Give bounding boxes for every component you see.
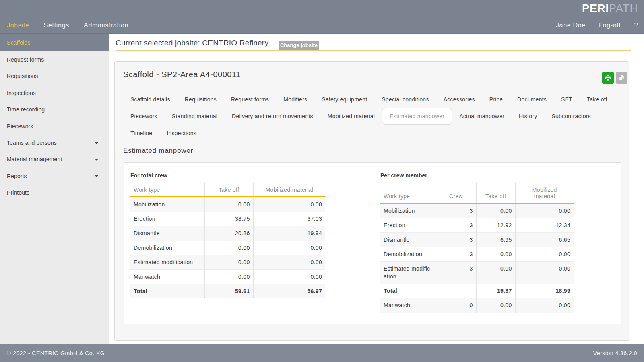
value-cell: 12.34 <box>515 218 574 233</box>
work-type-cell: Estimated modification <box>130 255 204 270</box>
value-cell: 3 <box>436 204 476 218</box>
value-cell: 0.00 <box>204 270 253 284</box>
tab-price[interactable]: Price <box>482 96 510 103</box>
table-title: Per crew member <box>380 172 574 179</box>
brand-logo: PERIPATH <box>582 2 638 15</box>
tab-requisitions[interactable]: Requisitions <box>178 96 224 103</box>
nav-settings[interactable]: Settings <box>44 22 69 29</box>
tab-set[interactable]: SET <box>554 96 580 103</box>
chevron-down-icon <box>95 142 98 144</box>
print-button[interactable] <box>602 72 614 84</box>
value-cell: 37.03 <box>253 212 325 226</box>
tabs-divider <box>123 142 621 142</box>
value-cell: 0.00 <box>204 241 253 255</box>
copy-button[interactable] <box>616 72 627 84</box>
work-type-cell: Dismantle <box>380 233 436 247</box>
tab-documents[interactable]: Documents <box>510 96 554 103</box>
work-type-cell: Estimated modification <box>380 262 436 284</box>
sidebar-item-printouts[interactable]: Printouts <box>0 185 109 201</box>
value-cell: 18.99 <box>515 284 574 298</box>
value-cell: 3 <box>436 262 476 284</box>
sidebar-item-reports[interactable]: Reports <box>0 168 109 185</box>
value-cell: 6.65 <box>515 233 574 247</box>
value-cell: 20.86 <box>204 226 253 241</box>
tab-piecework[interactable]: Piecework <box>123 113 165 119</box>
table-row-dismantle: Dismantle20.8619.94 <box>130 226 325 241</box>
work-type-cell: Erection <box>130 212 204 226</box>
tab-delivery-and-return-movements[interactable]: Delivery and return movements <box>225 113 320 119</box>
work-type-cell: Mobilization <box>380 204 436 218</box>
sidebar-item-material-management[interactable]: Material management <box>0 151 109 168</box>
usernav-help[interactable]: ? <box>634 22 638 29</box>
per-crew-member-table-block: Per crew memberWork typeCrewTake offMobi… <box>380 172 574 313</box>
value-cell: 0.00 <box>253 270 325 284</box>
tab-scaffold-details[interactable]: Scaffold details <box>123 96 178 103</box>
column-header-work-type: Work type <box>380 183 436 204</box>
value-cell: 19.94 <box>253 226 325 241</box>
tab-accessories[interactable]: Accessories <box>436 96 482 103</box>
for-total-crew-table: Work typeTake offMobilized materialMobil… <box>130 183 325 298</box>
value-cell: 0.00 <box>476 262 515 284</box>
tab-timeline[interactable]: Timeline <box>123 130 159 136</box>
column-header-take-off: Take off <box>204 183 253 197</box>
nav-administration[interactable]: Administration <box>84 22 128 29</box>
work-type-cell: Demobilization <box>130 241 204 255</box>
tab-mobilized-material[interactable]: Mobilized material <box>320 113 382 119</box>
scaffold-title: Scaffold - SP2-Area A4-000011 <box>123 70 241 79</box>
brand-path: PATH <box>609 2 638 14</box>
value-cell: 3 <box>436 218 476 233</box>
scaffold-card: Scaffold - SP2-Area A4-000011 Scaffold d… <box>114 61 629 341</box>
printer-icon <box>605 74 611 81</box>
sidebar-item-request-forms[interactable]: Request forms <box>0 51 109 68</box>
total-crew-table-block: For total crewWork typeTake offMobilized… <box>130 172 325 298</box>
column-header-mobilized-material: Mobilized material <box>253 183 325 197</box>
sidebar-nav: ScaffoldsRequest formsRequisitionsInspec… <box>0 34 109 344</box>
table-row-mobilization: Mobilization30.000.00 <box>380 204 574 218</box>
value-cell: 0.00 <box>204 255 253 270</box>
tab-standing-material[interactable]: Standing material <box>165 113 225 119</box>
tab-special-conditions[interactable]: Special conditions <box>374 96 436 103</box>
usernav-jane-doe[interactable]: Jane Doe <box>556 22 586 29</box>
column-header-take-off: Take off <box>476 183 515 204</box>
primary-nav: JobsiteSettingsAdministration <box>7 17 128 33</box>
chevron-down-icon <box>95 159 98 161</box>
nav-jobsite[interactable]: Jobsite <box>7 22 29 29</box>
tab-request-forms[interactable]: Request forms <box>224 96 276 103</box>
tab-estimated-manpower[interactable]: Estimated manpower <box>382 108 452 125</box>
tab-actual-manpower[interactable]: Actual manpower <box>452 113 512 119</box>
change-jobsite-button[interactable]: Change jobsite <box>279 41 319 50</box>
value-cell: 0.00 <box>253 197 325 212</box>
table-row-estimated-modification: Estimated modification30.000.00 <box>380 262 574 284</box>
value-cell: 6.95 <box>476 233 515 247</box>
top-header: PERIPATH JobsiteSettingsAdministration J… <box>0 0 644 34</box>
tab-safety-equipment[interactable]: Safety equipment <box>314 96 374 103</box>
value-cell: 0.00 <box>476 247 515 262</box>
sidebar-item-piecework[interactable]: Piecework <box>0 118 109 135</box>
current-jobsite-label: Current selected jobsite: CENTRIO Refine… <box>116 39 268 47</box>
sidebar-item-time-recording[interactable]: Time recording <box>0 101 109 118</box>
user-nav: Jane DoeLog-off? <box>556 17 638 33</box>
title-divider <box>123 83 621 83</box>
brand-peri: PERI <box>582 2 609 14</box>
table-row-manwatch: Manwatch0.000.00 <box>130 270 325 284</box>
tab-history[interactable]: History <box>512 113 544 119</box>
sidebar-item-scaffolds[interactable]: Scaffolds <box>0 34 109 51</box>
column-header-crew: Crew <box>436 183 476 204</box>
usernav-log-off[interactable]: Log-off <box>599 22 621 29</box>
column-header-mobilized-material: Mobilized material <box>515 183 574 204</box>
sidebar-item-teams-and-persons[interactable]: Teams and persons <box>0 135 109 151</box>
value-cell <box>436 284 476 298</box>
tab-take-off[interactable]: Take off <box>580 96 615 103</box>
tab-modifiers[interactable]: Modifiers <box>276 96 314 103</box>
tab-subcontractors[interactable]: Subcontractors <box>544 113 598 119</box>
sidebar-item-requisitions[interactable]: Requisitions <box>0 68 109 84</box>
tab-inspections[interactable]: Inspections <box>159 130 204 136</box>
work-type-cell: Total <box>380 284 436 298</box>
value-cell: 59.61 <box>204 284 253 299</box>
value-cell: 38.75 <box>204 212 253 226</box>
footer: © 2022 - CENTRIO GmbH & Co. KG Version 4… <box>0 344 644 362</box>
sidebar-item-inspections[interactable]: Inspections <box>0 85 109 101</box>
value-cell: 19.87 <box>476 284 515 298</box>
per-crew-member-table: Work typeCrewTake offMobilized materialM… <box>380 183 574 313</box>
table-row-estimated-modification: Estimated modification0.000.00 <box>130 255 325 270</box>
